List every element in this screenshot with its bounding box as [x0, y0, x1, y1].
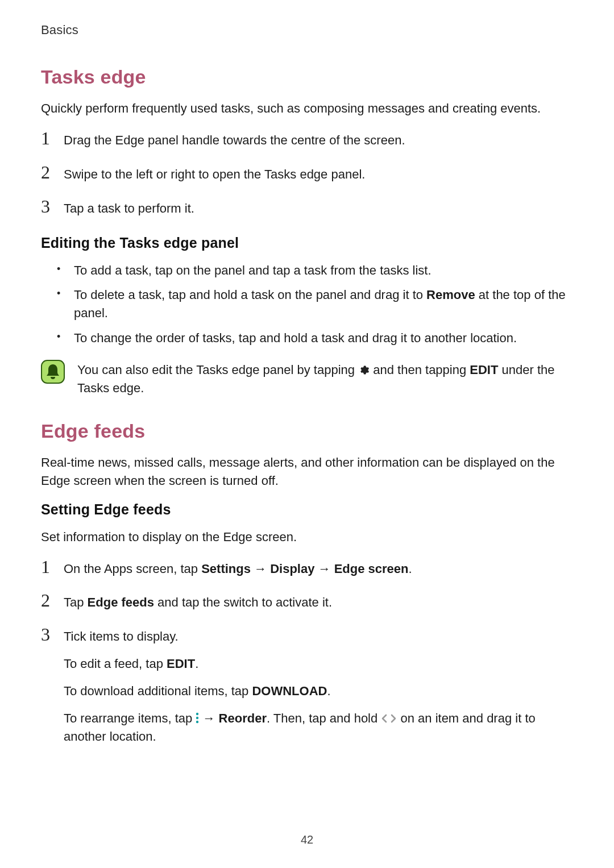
svg-point-1: [196, 713, 198, 715]
tip-bell-icon: [41, 360, 65, 384]
section-breadcrumb: Basics: [41, 23, 573, 38]
svg-point-3: [196, 721, 198, 723]
list-item: 1 On the Apps screen, tap Settings → Dis…: [41, 558, 573, 578]
bullet-delete-task: To delete a task, tap and hold a task on…: [57, 286, 573, 322]
text: To download additional items, tap: [64, 684, 252, 698]
step-text: Drag the Edge panel handle towards the c…: [64, 131, 573, 149]
edge-feeds-label: Edge feeds: [88, 595, 154, 609]
text: To delete a task, tap and hold a task on…: [74, 288, 426, 302]
edit-label: EDIT: [470, 363, 498, 377]
reorder-handle-icon: [381, 711, 397, 722]
edit-label: EDIT: [167, 657, 195, 671]
sub-text: To download additional items, tap DOWNLO…: [64, 682, 573, 700]
text: To edit a feed, tap: [64, 657, 167, 671]
tip-text: You can also edit the Tasks edge panel b…: [77, 360, 573, 397]
tasks-steps: 1 Drag the Edge panel handle towards the…: [41, 129, 573, 218]
step-text: Swipe to the left or right to open the T…: [64, 165, 573, 184]
step-number: 1: [41, 558, 53, 576]
text: On the Apps screen, tap: [64, 562, 201, 576]
step-number: 3: [41, 625, 53, 643]
text: .: [195, 657, 198, 671]
manual-page: Basics Tasks edge Quickly perform freque…: [0, 0, 614, 868]
list-item: 1 Drag the Edge panel handle towards the…: [41, 129, 573, 149]
text: . Then, tap and hold: [267, 711, 381, 725]
editing-tasks-bullets: To add a task, tap on the panel and tap …: [41, 261, 573, 348]
sub-text: To rearrange items, tap → Reorder. Then,…: [64, 709, 573, 746]
step-number: 2: [41, 591, 53, 609]
remove-label: Remove: [426, 288, 475, 302]
svg-point-2: [196, 717, 198, 719]
edge-feeds-intro: Real-time news, missed calls, message al…: [41, 454, 573, 490]
reorder-label: Reorder: [219, 711, 267, 725]
settings-label: Settings: [201, 562, 251, 576]
feeds-steps: 1 On the Apps screen, tap Settings → Dis…: [41, 558, 573, 746]
step-text: On the Apps screen, tap Settings → Displ…: [64, 560, 573, 578]
tasks-edge-intro: Quickly perform frequently used tasks, s…: [41, 99, 573, 118]
editing-tasks-title: Editing the Tasks edge panel: [41, 235, 573, 251]
step-number: 1: [41, 129, 53, 147]
display-label: Display: [270, 562, 314, 576]
step-text: Tap a task to perform it.: [64, 200, 573, 218]
text: Tap: [64, 595, 88, 609]
text: Tick items to display.: [64, 629, 179, 643]
step-text: Tap Edge feeds and tap the switch to act…: [64, 593, 573, 612]
text: and tap the switch to activate it.: [154, 595, 332, 609]
edge-screen-label: Edge screen: [334, 562, 409, 576]
text: .: [327, 684, 330, 698]
tip-callout: You can also edit the Tasks edge panel b…: [41, 360, 573, 397]
step-text: Tick items to display. To edit a feed, t…: [64, 628, 573, 745]
step-number: 3: [41, 197, 53, 215]
arrow: →: [251, 562, 270, 576]
edge-feeds-title: Edge feeds: [41, 420, 573, 442]
step-number: 2: [41, 163, 53, 181]
text: .: [409, 562, 412, 576]
setting-edge-feeds-title: Setting Edge feeds: [41, 501, 573, 518]
page-number: 42: [0, 833, 614, 846]
gear-icon: [358, 363, 370, 374]
list-item: 2 Swipe to the left or right to open the…: [41, 163, 573, 184]
sub-text: To edit a feed, tap EDIT.: [64, 655, 573, 673]
list-item: 2 Tap Edge feeds and tap the switch to a…: [41, 591, 573, 612]
text: To rearrange items, tap: [64, 711, 196, 725]
setting-edge-feeds-intro: Set information to display on the Edge s…: [41, 528, 573, 546]
bullet-reorder-task: To change the order of tasks, tap and ho…: [57, 329, 573, 347]
text: and then tapping: [370, 363, 470, 377]
tasks-edge-title: Tasks edge: [41, 66, 573, 88]
list-item: 3 Tap a task to perform it.: [41, 197, 573, 218]
bullet-add-task: To add a task, tap on the panel and tap …: [57, 261, 573, 280]
download-label: DOWNLOAD: [252, 684, 327, 698]
arrow: →: [199, 711, 218, 725]
arrow: →: [314, 562, 334, 576]
text: You can also edit the Tasks edge panel b…: [77, 363, 358, 377]
list-item: 3 Tick items to display. To edit a feed,…: [41, 625, 573, 745]
